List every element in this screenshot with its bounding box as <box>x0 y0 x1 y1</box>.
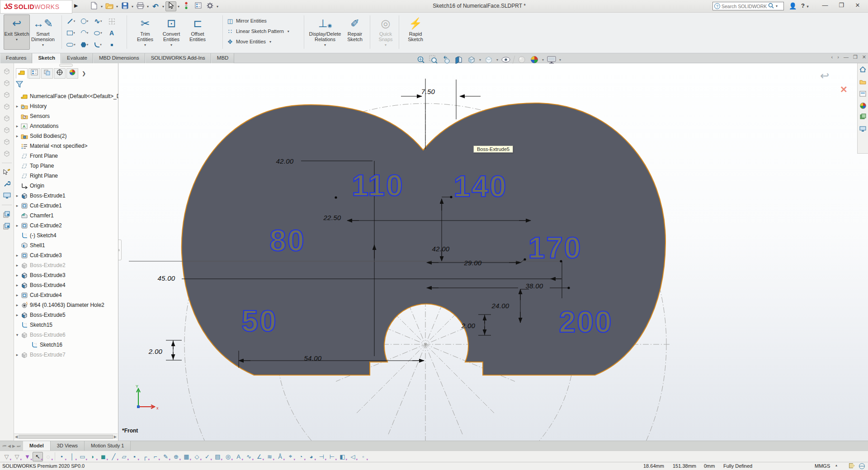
tree-item-solid-bodies-2[interactable]: ▸Solid Bodies(2) <box>14 131 118 141</box>
mate-right-icon[interactable]: ⊢▾ <box>327 452 337 461</box>
expand-arrow-icon[interactable]: ▸ <box>14 293 20 297</box>
tree-item-boss-extrude7[interactable]: ▸Boss-Extrude7 <box>14 350 118 360</box>
gauge-number-140[interactable]: 140 <box>453 171 507 201</box>
tree-item-boss-extrude6[interactable]: ▾Boss-Extrude6 <box>14 330 118 340</box>
expand-arrow-icon[interactable]: ▸ <box>14 273 20 277</box>
new-sketch-icon[interactable] <box>2 168 11 177</box>
gauge-number-50[interactable]: 50 <box>241 306 277 336</box>
web-help-icon[interactable] <box>859 463 865 469</box>
trim-entities-button[interactable]: ✂ Trim Entities ▾ <box>132 14 158 50</box>
offset-entities-button[interactable]: ⊏ Offset Entities <box>184 14 211 50</box>
panel-collapse-pill[interactable] <box>59 64 73 67</box>
panel-splitter-handle[interactable] <box>118 240 122 260</box>
tab-3d-views[interactable]: 3D Views <box>51 441 85 451</box>
dimension-label-29-00[interactable]: 29.00 <box>464 259 481 267</box>
tree-item-9-64-0-14063-diameter-hole2[interactable]: ▸9/64 (0.14063) Diameter Hole2 <box>14 300 118 310</box>
centerline-icon[interactable]: │▾ <box>67 452 77 461</box>
zoom-to-fit-icon[interactable] <box>416 55 426 65</box>
taskpane-appearances-icon[interactable] <box>860 103 866 109</box>
tree-item-shell1[interactable]: Shell1 <box>14 240 118 250</box>
tree-item-annotations[interactable]: ▸AAnnotations <box>14 121 118 131</box>
scroll-right-icon[interactable]: ▶ <box>114 435 117 439</box>
gauge-number-110[interactable]: 110 <box>352 170 404 200</box>
display-style-icon[interactable] <box>484 55 494 65</box>
doc-close-icon[interactable]: ✕ <box>862 54 866 60</box>
layers-2-icon[interactable] <box>2 221 11 230</box>
tree-item-top-plane[interactable]: Top Plane <box>14 161 118 171</box>
tree-item-right-plane[interactable]: Right Plane <box>14 171 118 181</box>
point-tool[interactable] <box>105 39 118 51</box>
display-manager-tab[interactable] <box>66 68 78 79</box>
open-document-button[interactable] <box>104 1 115 11</box>
section-view-icon[interactable] <box>454 55 464 65</box>
search-caret-icon[interactable]: ▾ <box>776 4 778 8</box>
grid-system-icon[interactable]: ▦▾ <box>181 452 192 461</box>
fillet-tool[interactable]: ▾ <box>91 39 105 51</box>
view-cube-1-icon[interactable] <box>2 67 11 76</box>
zoom-to-area-icon[interactable] <box>429 55 439 65</box>
move-entities-button[interactable]: ✥Move Entities▾ <box>226 37 289 46</box>
check-sketch-icon[interactable]: ✓▾ <box>202 452 212 461</box>
doc-minimize-icon[interactable]: — <box>844 54 849 60</box>
surface-icon[interactable]: ◗▾ <box>88 452 98 461</box>
expand-arrow-icon[interactable]: ▸ <box>14 263 20 268</box>
spline-profile-icon[interactable]: ∿▾ <box>244 452 254 461</box>
view-settings-icon[interactable] <box>547 55 557 65</box>
hide-show-items-icon[interactable] <box>501 55 511 65</box>
equation-icon[interactable]: ▤▾ <box>212 452 223 461</box>
rebuild-traffic-light-button[interactable] <box>181 1 192 11</box>
scrollbar-thumb[interactable] <box>19 435 113 439</box>
tags-icon[interactable] <box>849 463 854 468</box>
rapid-sketch-button[interactable]: ⚡ Rapid Sketch <box>402 14 429 50</box>
options-gear-button[interactable] <box>204 1 215 11</box>
tree-item-cut-extrude3[interactable]: ▸Cut-Extrude3 <box>14 250 118 260</box>
tree-item-cut-extrude2[interactable]: ▸Cut-Extrude2 <box>14 221 118 230</box>
line-tool-icon[interactable]: ╱▾ <box>108 452 119 461</box>
previous-view-icon[interactable] <box>441 55 451 65</box>
tab-scroll-arrows[interactable]: ⏮◀▶⏭ <box>0 441 23 451</box>
help-search-box[interactable]: ? ▾ <box>712 2 784 10</box>
tree-item-boss-extrude4[interactable]: ▸Boss-Extrude4 <box>14 280 118 290</box>
detail-circle-icon[interactable]: Å▾ <box>275 452 285 461</box>
units-selector[interactable]: MMGS <box>815 463 830 469</box>
tab-evaluate[interactable]: Evaluate <box>61 53 93 63</box>
lasso-select-icon[interactable]: ◌▾ <box>43 452 53 461</box>
taskpane-folder-icon[interactable] <box>859 78 866 86</box>
minimize-button[interactable]: — <box>819 2 831 9</box>
tree-item-boss-extrude5[interactable]: ▸Boss-Extrude5 <box>14 310 118 320</box>
spring-icon[interactable]: ≋▾ <box>264 452 275 461</box>
solid-cube-icon[interactable]: ◼▾ <box>98 452 108 461</box>
taskpane-home-icon[interactable] <box>859 66 866 74</box>
expand-arrow-icon[interactable]: ▸ <box>14 124 20 128</box>
menu-flyout-arrow[interactable]: ▶ <box>74 3 78 9</box>
display-delete-relations-button[interactable]: ⊥◉ Display/Delete Relations ▾ <box>308 14 342 50</box>
line-tool[interactable]: ▾ <box>64 15 78 27</box>
dropdown-caret-icon[interactable]: ▾ <box>559 58 561 62</box>
dimension-label-2-00-a[interactable]: 2.00 <box>462 322 475 329</box>
pencil-icon[interactable]: ✎▾ <box>160 452 171 461</box>
section-plane-icon[interactable]: ▱▾ <box>119 452 129 461</box>
pattern-icon[interactable]: ⌐▾ <box>150 452 160 461</box>
diamond-icon[interactable]: ◇▾ <box>192 452 202 461</box>
view-orientation-icon[interactable] <box>467 55 476 65</box>
view-cube-5-icon[interactable] <box>2 114 11 123</box>
target-icon[interactable]: ⊕▾ <box>171 452 181 461</box>
property-manager-tab[interactable] <box>28 68 40 79</box>
apply-scene-icon[interactable] <box>529 55 539 65</box>
tree-item-cut-extrude4[interactable]: ▸Cut-Extrude4 <box>14 290 118 300</box>
view-cube-2-icon[interactable] <box>2 79 11 88</box>
tab-model[interactable]: Model <box>23 441 51 451</box>
dimension-label-42-00-b[interactable]: 42.00 <box>432 245 449 253</box>
new-document-button[interactable] <box>89 1 99 11</box>
tree-item-sensors[interactable]: Sensors <box>14 111 118 121</box>
pin-position-icon[interactable]: ⌖▾ <box>285 452 296 461</box>
tree-filter-row[interactable] <box>16 80 23 90</box>
gauge-number-200[interactable]: 200 <box>559 307 613 337</box>
polygon-tool[interactable]: ▾ <box>78 39 91 51</box>
view-cube-4-icon[interactable] <box>2 102 11 111</box>
tree-item-history[interactable]: ▸History <box>14 101 118 111</box>
dropdown-caret-icon[interactable]: ▾ <box>496 58 498 62</box>
view-cube-3-icon[interactable] <box>2 90 11 99</box>
arc-tool[interactable]: ▾ <box>78 27 91 39</box>
print-button[interactable] <box>135 1 146 11</box>
